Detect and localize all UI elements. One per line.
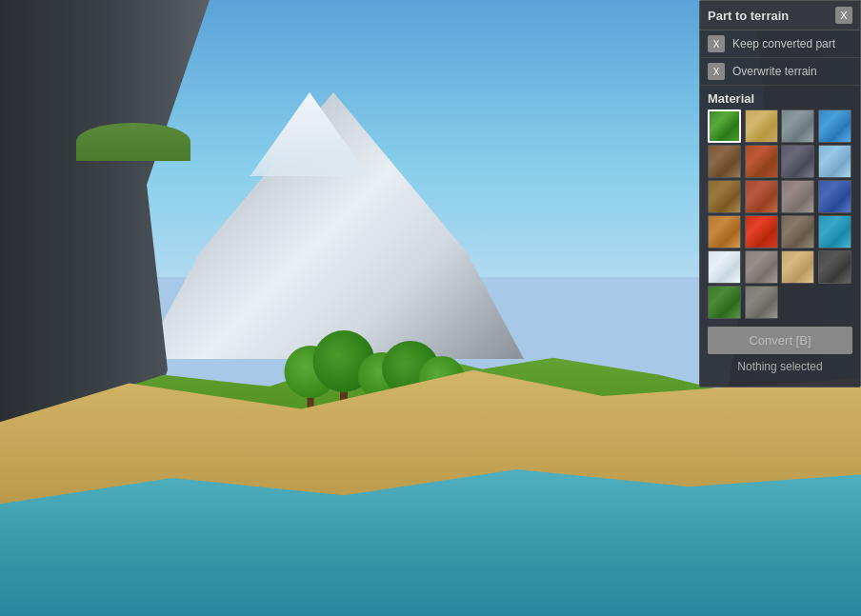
panel-title: Part to terrain bbox=[708, 9, 789, 23]
cliff-left-grass bbox=[76, 123, 190, 161]
keep-converted-row: X Keep converted part bbox=[700, 30, 860, 58]
material-seawater[interactable] bbox=[818, 215, 851, 248]
material-cobblestone[interactable] bbox=[745, 250, 778, 284]
material-dirt[interactable] bbox=[708, 145, 741, 178]
material-sandstone[interactable] bbox=[781, 250, 814, 284]
status-text: Nothing selected bbox=[700, 358, 860, 375]
material-brick[interactable] bbox=[745, 180, 778, 213]
panel-header: Part to terrain X bbox=[700, 1, 860, 30]
material-ice[interactable] bbox=[818, 145, 851, 178]
material-grass[interactable] bbox=[708, 109, 741, 143]
material-woodplank[interactable] bbox=[708, 180, 741, 213]
material-mud[interactable] bbox=[781, 215, 814, 248]
material-water[interactable] bbox=[818, 109, 851, 143]
material-darkrock[interactable] bbox=[818, 250, 851, 284]
material-cobalt[interactable] bbox=[818, 180, 851, 213]
overwrite-terrain-label: Overwrite terrain bbox=[732, 65, 817, 78]
close-button[interactable]: X bbox=[835, 7, 852, 24]
part-to-terrain-panel: Part to terrain X X Keep converted part … bbox=[699, 0, 861, 387]
material-rust[interactable] bbox=[745, 145, 778, 178]
material-granite[interactable] bbox=[781, 180, 814, 213]
keep-converted-checkbox[interactable]: X bbox=[708, 35, 725, 52]
material-slate[interactable] bbox=[781, 145, 814, 178]
convert-button[interactable]: Convert [B] bbox=[708, 327, 852, 354]
material-cobblestone2[interactable] bbox=[745, 286, 778, 319]
material-sand[interactable] bbox=[745, 109, 778, 143]
material-grid bbox=[700, 109, 860, 319]
keep-converted-label: Keep converted part bbox=[732, 37, 835, 50]
overwrite-terrain-checkbox[interactable]: X bbox=[708, 63, 725, 80]
material-leafy[interactable] bbox=[708, 286, 741, 319]
material-snow[interactable] bbox=[708, 250, 741, 284]
material-section-label: Material bbox=[700, 86, 860, 109]
material-lava[interactable] bbox=[745, 215, 778, 248]
material-wood[interactable] bbox=[708, 215, 741, 248]
overwrite-terrain-row: X Overwrite terrain bbox=[700, 58, 860, 86]
material-rock[interactable] bbox=[781, 109, 814, 143]
